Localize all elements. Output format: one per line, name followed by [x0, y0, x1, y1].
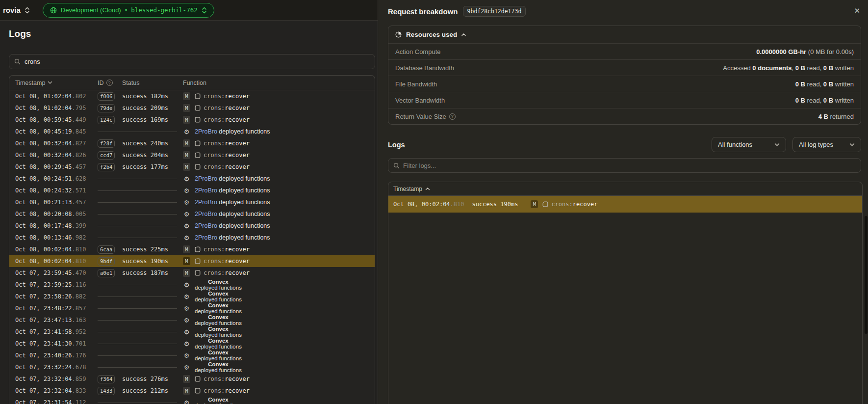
log-row[interactable]: Oct 08, 00:13:46.982⚙2ProBro deployed fu… [9, 232, 375, 243]
row-function: crons:recover [204, 269, 250, 276]
row-timestamp: Oct 08, 00:13:46.982 [15, 234, 98, 241]
row-function: crons:recover [204, 152, 250, 159]
log-row[interactable]: Oct 08, 00:29:45.457f2b4success 177msMcr… [9, 161, 375, 173]
deployer-name: Convex [208, 338, 229, 344]
log-row[interactable]: Oct 08, 00:24:51.628⚙2ProBro deployed fu… [9, 173, 375, 185]
log-row[interactable]: Oct 08, 00:17:48.399⚙2ProBro deployed fu… [9, 220, 375, 232]
log-row[interactable]: Oct 08, 01:02:04.802f006success 182msMcr… [9, 90, 375, 102]
gear-icon: ⚙ [183, 188, 190, 194]
log-row[interactable]: Oct 08, 00:59:45.449124csuccess 169msMcr… [9, 114, 375, 126]
row-deploy-event: Convexdeployed functions [195, 326, 242, 338]
row-id: f28f [98, 139, 122, 148]
resource-row: Action Compute0.0000000 GB-hr (0 MB for … [388, 43, 861, 59]
resource-label: Return Value Size? [395, 113, 456, 120]
environment-label: Development (Cloud) [61, 6, 121, 14]
row-function: crons:recover [204, 376, 250, 382]
column-header-id[interactable]: ID ? [98, 80, 122, 86]
row-timestamp: Oct 08, 01:02:04.802 [15, 93, 98, 100]
team-selector[interactable]: rovia [3, 6, 30, 14]
log-row[interactable]: Oct 08, 00:32:04.827f28fsuccess 240msMcr… [9, 137, 375, 149]
row-separator-line [98, 132, 177, 132]
row-deploy-event: Convexdeployed functions [195, 397, 242, 404]
logs-search-input[interactable]: crons [9, 54, 375, 69]
row-id: f006 [98, 92, 122, 101]
log-row[interactable]: Oct 08, 00:32:04.826ccd7success 204msMcr… [9, 149, 375, 161]
resource-label: Vector Bandwidth [395, 97, 445, 104]
search-value: crons [25, 58, 40, 65]
gear-icon: ⚙ [183, 329, 190, 335]
row-function: crons:recover [204, 105, 250, 111]
log-row[interactable]: Oct 07, 23:40:26.176⚙Convexdeployed func… [9, 350, 375, 361]
row-deploy-event: 2ProBro deployed functions [195, 187, 270, 194]
cron-icon [195, 388, 201, 394]
log-row[interactable]: Oct 07, 23:41:58.952⚙Convexdeployed func… [9, 326, 375, 338]
row-separator-line [98, 285, 177, 285]
row-deploy-event: 2ProBro deployed functions [195, 211, 270, 217]
resource-value: 4 B returned [818, 113, 854, 120]
deployment-selector[interactable]: Development (Cloud) • blessed-gerbil-762 [43, 3, 214, 18]
filter-logs-input[interactable]: Filter logs... [388, 158, 861, 173]
cron-icon [195, 246, 201, 252]
cron-icon [195, 105, 201, 111]
gear-icon: ⚙ [183, 129, 190, 135]
deployer-name: Convex [208, 326, 229, 332]
log-row[interactable]: Oct 08, 00:20:08.005⚙2ProBro deployed fu… [9, 208, 375, 220]
id-badge: f28f [98, 139, 115, 148]
log-row[interactable]: Oct 07, 23:41:30.701⚙Convexdeployed func… [9, 338, 375, 350]
resources-used-toggle[interactable]: Resources used [388, 26, 861, 43]
row-id: 9bdf [98, 257, 122, 266]
log-row[interactable]: Oct 08, 01:02:04.79579desuccess 209msMcr… [9, 102, 375, 114]
log-row[interactable]: Oct 07, 23:32:24.678⚙Convexdeployed func… [9, 361, 375, 373]
log-row[interactable]: Oct 07, 23:59:45.470a0e1success 187msMcr… [9, 267, 375, 279]
column-header-status: Status [122, 80, 183, 86]
row-status: success 209ms [122, 105, 183, 111]
chevron-down-icon [774, 143, 780, 147]
log-row[interactable]: Oct 07, 23:58:26.882⚙Convexdeployed func… [9, 291, 375, 302]
log-row[interactable]: Oct 08, 00:45:19.845⚙2ProBro deployed fu… [9, 126, 375, 137]
gear-icon: ⚙ [183, 235, 190, 241]
log-row[interactable]: Oct 08, 00:02:04.8106caasuccess 225msMcr… [9, 243, 375, 255]
log-row[interactable]: Oct 07, 23:31:54.112⚙Convexdeployed func… [9, 397, 375, 404]
functions-filter-dropdown[interactable]: All functions [712, 137, 786, 152]
filter-placeholder: Filter logs... [403, 162, 436, 169]
search-icon [393, 162, 400, 169]
row-separator-line [98, 332, 177, 332]
log-row[interactable]: Oct 08, 00:21:13.457⚙2ProBro deployed fu… [9, 196, 375, 208]
deployer-name: Convex [208, 302, 229, 309]
help-icon[interactable]: ? [449, 113, 456, 120]
row-status: success 225ms [122, 246, 183, 253]
column-header-timestamp[interactable]: Timestamp [15, 80, 98, 86]
log-row[interactable]: Oct 07, 23:32:04.859f364success 276msMcr… [9, 373, 375, 385]
log-row[interactable]: Oct 07, 23:59:25.116⚙Convexdeployed func… [9, 279, 375, 291]
log-row[interactable]: Oct 08, 00:24:32.571⚙2ProBro deployed fu… [9, 185, 375, 196]
close-icon[interactable]: ✕ [854, 7, 860, 14]
log-types-filter-dropdown[interactable]: All log types [792, 137, 861, 152]
log-row[interactable]: Oct 07, 23:47:13.163⚙Convexdeployed func… [9, 314, 375, 326]
chevron-up-icon [425, 187, 430, 190]
mutation-badge: M [183, 245, 190, 253]
help-icon[interactable]: ? [106, 80, 113, 86]
deployer-name: Convex [208, 350, 229, 356]
row-status: success 276ms [122, 376, 183, 382]
team-name: rovia [3, 6, 21, 14]
search-icon [14, 58, 21, 65]
log-row[interactable]: Oct 07, 23:32:04.8331433success 212msMcr… [9, 385, 375, 397]
row-function: crons:recover [204, 387, 250, 394]
logs-table: Timestamp ID ? Status Function Oct 08, 0… [9, 75, 375, 404]
row-status: success 169ms [122, 116, 183, 123]
panel-logs-table-header[interactable]: Timestamp [388, 182, 862, 196]
row-id: 79de [98, 104, 122, 112]
log-row[interactable]: Oct 07, 23:48:22.857⚙Convexdeployed func… [9, 302, 375, 314]
panel-log-row[interactable]: Oct 08, 00:02:04.810 success 190ms M cro… [388, 196, 862, 213]
row-deploy-event: Convexdeployed functions [195, 350, 242, 362]
gear-icon: ⚙ [183, 317, 190, 323]
log-row[interactable]: Oct 08, 00:02:04.8109bdfsuccess 190msMcr… [9, 255, 375, 267]
row-timestamp: Oct 08, 00:24:51.628 [15, 175, 98, 182]
row-function: crons:recover [204, 116, 250, 123]
resource-label: Action Compute [395, 48, 441, 55]
panel-title: Request breakdown [388, 7, 458, 16]
row-timestamp: Oct 08, 01:02:04.795 [15, 105, 98, 111]
row-timestamp: Oct 08, 00:24:32.571 [15, 187, 98, 194]
id-badge: 79de [98, 104, 115, 112]
scrollbar-thumb[interactable] [865, 216, 868, 334]
